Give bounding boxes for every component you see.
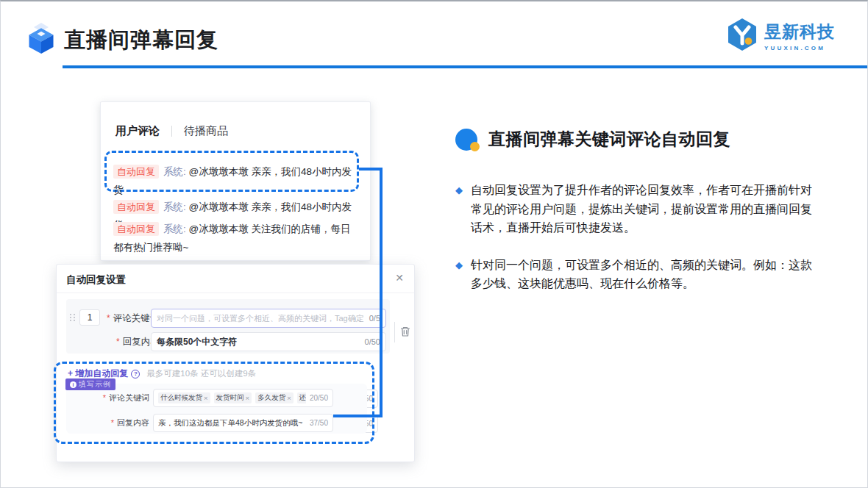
example-reply-label: *回复内容	[66, 417, 153, 428]
reply-value: 每条限50个中文字符	[157, 336, 360, 348]
feature-bullet-text: 针对同一个问题，可设置多个相近的、高频的关键词。例如：这款多少钱、这块能优惠吗、…	[471, 256, 822, 293]
tab-user-comments[interactable]: 用户评论	[115, 124, 160, 138]
reply-counter: 0/50	[365, 337, 380, 346]
example-keyword-label: *评论关键词	[66, 392, 153, 403]
tag-remove-icon[interactable]: ×	[246, 394, 250, 402]
keyword-tag: 什么时候发货×	[158, 392, 210, 403]
brand-logo: 昱新科技 YUUXIN.COM	[726, 18, 835, 51]
row-divider	[394, 322, 395, 342]
keyword-tag: 发货时间×	[214, 392, 252, 403]
keyword-tag: 多久发货×	[255, 392, 294, 403]
chat-bubble-icon	[455, 129, 477, 151]
tag-remove-icon[interactable]: ×	[287, 394, 291, 402]
title-underline	[63, 65, 868, 68]
feature-bullet-text: 自动回复设置为了提升作者的评论回复效率，作者可在开播前针对常见的评论用户问题，提…	[471, 181, 822, 237]
app-cube-logo-icon	[25, 22, 57, 54]
tab-pending-products[interactable]: 待播商品	[184, 124, 228, 138]
tab-divider	[171, 126, 172, 137]
brand-domain: YUUXIN.COM	[764, 45, 835, 51]
connector-line	[380, 168, 383, 417]
example-reply-value: 亲，我们这边都是下单48小时内发货的哦~	[158, 418, 306, 428]
fill-example-card: *评论关键词 什么时候发货× 发货时间× 多久发货× 还不发货× 20/50 *…	[66, 384, 367, 434]
required-mark: *	[116, 337, 120, 347]
required-mark: *	[107, 313, 110, 323]
auto-reply-badge: 自动回复	[113, 222, 159, 236]
fill-example-badge: i 填写示例	[65, 378, 115, 390]
connector-line	[333, 415, 380, 417]
example-reply-row: *回复内容 亲，我们这边都是下单48小时内发货的哦~ 37/50	[66, 414, 333, 432]
feature-heading: 直播间弹幕关键词评论自动回复	[488, 128, 730, 151]
drag-handle-icon[interactable]	[70, 314, 75, 322]
example-keyword-input[interactable]: 什么时候发货× 发货时间× 多久发货× 还不发货× 20/50	[153, 389, 333, 407]
reply-input[interactable]: 每条限50个中文字符 0/50	[151, 332, 386, 351]
diamond-bullet-icon: ◆	[455, 256, 463, 293]
feature-description: 直播间弹幕关键词评论自动回复 ◆ 自动回复设置为了提升作者的评论回复效率，作者可…	[455, 128, 845, 293]
help-icon[interactable]: ?	[131, 370, 140, 378]
tag-remove-icon[interactable]: ×	[204, 394, 208, 402]
panel-tabs: 用户评论 待播商品	[115, 124, 228, 138]
example-keyword-row: *评论关键词 什么时候发货× 发货时间× 多久发货× 还不发货× 20/50	[66, 389, 333, 407]
keyword-counter: 0/5	[369, 314, 380, 323]
keyword-tag: 还不发货×	[297, 392, 306, 403]
message-sender: 系统:	[163, 166, 186, 177]
rule-index-input[interactable]: 1	[79, 309, 100, 326]
feature-bullet: ◆ 针对同一个问题，可设置多个相近的、高频的关键词。例如：这款多少钱、这块能优惠…	[455, 256, 845, 293]
brand-name: 昱新科技	[764, 21, 835, 43]
limit-hint: 最多可建10条 还可以创建9条	[146, 368, 256, 379]
live-comments-panel: 用户评论 待播商品 自动回复系统: @冰墩墩本墩 亲亲，我们48小时内发货 自动…	[100, 101, 371, 261]
message-sender: 系统:	[163, 201, 186, 212]
dialog-title: 自动回复设置	[66, 273, 126, 287]
page-title: 直播间弹幕回复	[64, 26, 218, 55]
keyword-input[interactable]: 对同一个问题，可设置多个相近、高频的关键词，Tag确定，最多5个 0/5	[151, 309, 386, 328]
connector-line	[359, 168, 380, 171]
comment-message: 自动回复系统: @冰墩墩本墩 亲亲，我们48小时内发货	[113, 162, 359, 199]
page: 直播间弹幕回复 昱新科技 YUUXIN.COM 用户评论 待播商品 自动回复系统…	[0, 0, 868, 488]
auto-reply-badge: 自动回复	[113, 165, 159, 179]
info-icon: i	[70, 381, 77, 388]
delete-icon[interactable]	[399, 326, 411, 337]
close-icon[interactable]: ✕	[395, 272, 404, 284]
auto-reply-settings-dialog: 自动回复设置 ✕ 1 *评论关键词 对同一个问题，可设置多个相近、高频的关键词，…	[56, 264, 415, 462]
dialog-divider	[57, 293, 414, 293]
feature-bullet: ◆ 自动回复设置为了提升作者的评论回复效率，作者可在开播前针对常见的评论用户问题…	[455, 181, 845, 237]
fill-example-badge-label: 填写示例	[79, 379, 111, 390]
auto-reply-badge: 自动回复	[113, 200, 159, 214]
keyword-placeholder: 对同一个问题，可设置多个相近、高频的关键词，Tag确定，最多5个	[157, 313, 365, 324]
message-sender: 系统:	[163, 223, 186, 234]
keyword-tags: 什么时候发货× 发货时间× 多久发货× 还不发货×	[158, 392, 306, 403]
diamond-bullet-icon: ◆	[455, 181, 463, 237]
example-reply-counter: 37/50	[310, 419, 328, 427]
example-keyword-counter: 20/50	[310, 394, 328, 402]
comment-message: 自动回复系统: @冰墩墩本墩 关注我们的店铺，每日都有热门推荐呦~	[113, 220, 359, 256]
example-reply-input[interactable]: 亲，我们这边都是下单48小时内发货的哦~ 37/50	[153, 414, 333, 432]
brand-hexagon-icon	[726, 18, 758, 51]
